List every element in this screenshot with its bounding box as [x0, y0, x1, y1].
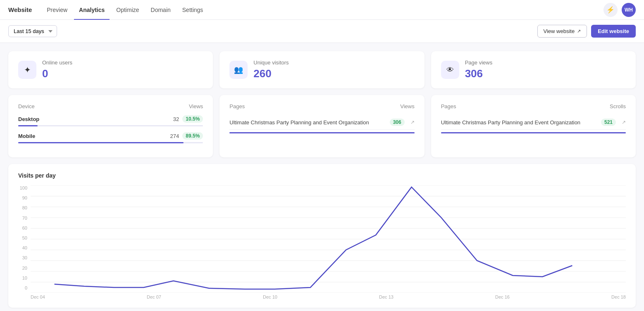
card-header: ✦ Online users 0 — [18, 59, 203, 80]
scroll-progress-bar — [441, 132, 626, 133]
device-table-header: Device Views — [18, 103, 203, 109]
y-label-80: 80 — [18, 205, 27, 210]
device-desktop-name: Desktop — [18, 116, 39, 122]
page-views-icon: 👁 — [441, 61, 459, 79]
external-link-icon: ↗ — [577, 28, 581, 34]
device-desktop-stats: 32 10.5% — [173, 115, 203, 123]
y-label-10: 10 — [18, 275, 27, 280]
pages-views-header: Pages Views — [229, 103, 414, 109]
main-content: ✦ Online users 0 👥 Unique visitors 260 👁 — [0, 43, 644, 311]
mobile-progress-wrap — [18, 142, 203, 143]
device-mobile-badge: 89.5% — [182, 132, 203, 140]
lightning-button[interactable]: ⚡ — [603, 3, 618, 17]
chart-title: Visits per day — [18, 172, 626, 179]
desktop-progress-bar — [18, 125, 38, 126]
avatar: WH — [622, 3, 636, 17]
device-mobile-name: Mobile — [18, 133, 35, 139]
device-row-mobile: Mobile 274 89.5% — [18, 132, 203, 143]
card-header: 👁 Page views 306 — [441, 59, 626, 80]
tab-domain[interactable]: Domain — [146, 0, 176, 20]
device-table-card: Device Views Desktop 32 10.5% Mobile — [8, 95, 213, 157]
device-mobile-count: 274 — [170, 133, 179, 139]
card-header: 👥 Unique visitors 260 — [229, 59, 414, 80]
y-label-90: 90 — [18, 195, 27, 200]
chart-svg — [31, 185, 626, 293]
external-link-icon[interactable]: ↗ — [410, 119, 415, 125]
chart-card: Visits per day 100 90 80 70 60 50 40 30 … — [8, 164, 636, 308]
pages-scrolls-table-card: Pages Scrolls Ultimate Christmas Party P… — [431, 95, 636, 157]
external-link-icon[interactable]: ↗ — [622, 119, 626, 125]
page-views-badge: 306 — [390, 119, 405, 126]
scroll-page-name: Ultimate Christmas Party Planning and Ev… — [441, 119, 601, 126]
pages-views-col1: Pages — [229, 103, 245, 109]
y-axis-labels: 100 90 80 70 60 50 40 30 20 10 0 — [18, 185, 31, 299]
tab-optimize[interactable]: Optimize — [111, 0, 144, 20]
page-views-label: Page views — [465, 59, 492, 66]
y-label-20: 20 — [18, 266, 27, 271]
x-label-dec18: Dec 18 — [611, 294, 626, 299]
x-label-dec04: Dec 04 — [31, 294, 45, 299]
toolbar: Last 15 days View website ↗ Edit website — [0, 20, 644, 43]
x-label-dec13: Dec 13 — [379, 294, 394, 299]
y-label-50: 50 — [18, 235, 27, 240]
device-desktop-count: 32 — [173, 116, 179, 122]
page-views-value: 306 — [465, 67, 492, 80]
brand-title: Website — [8, 6, 32, 13]
y-label-60: 60 — [18, 226, 27, 230]
stats-cards-row: ✦ Online users 0 👥 Unique visitors 260 👁 — [8, 51, 636, 88]
pages-views-table-card: Pages Views Ultimate Christmas Party Pla… — [219, 95, 424, 157]
online-users-value: 0 — [42, 67, 72, 80]
desktop-progress-wrap — [18, 125, 203, 126]
x-label-dec07: Dec 07 — [147, 294, 161, 299]
device-col2-header: Views — [189, 103, 203, 109]
page-name: Ultimate Christmas Party Planning and Ev… — [229, 119, 389, 126]
table-row: Ultimate Christmas Party Planning and Ev… — [229, 115, 414, 130]
edit-website-button[interactable]: Edit website — [591, 25, 636, 38]
unique-visitors-icon: 👥 — [229, 61, 248, 79]
chart-line — [55, 187, 572, 289]
page-views-progress-wrap — [229, 132, 414, 133]
unique-visitors-value: 260 — [253, 67, 289, 80]
device-mobile-stats: 274 89.5% — [170, 132, 203, 140]
x-axis-labels: Dec 04 Dec 07 Dec 10 Dec 13 Dec 16 Dec 1… — [31, 294, 626, 299]
chart-container: 100 90 80 70 60 50 40 30 20 10 0 — [18, 185, 626, 299]
chart-plot: Dec 04 Dec 07 Dec 10 Dec 13 Dec 16 Dec 1… — [31, 185, 626, 299]
online-users-icon: ✦ — [18, 61, 36, 79]
card-content: Unique visitors 260 — [253, 59, 289, 80]
page-views-card: 👁 Page views 306 — [431, 51, 636, 88]
pages-scrolls-col1: Pages — [441, 103, 456, 109]
y-label-40: 40 — [18, 245, 27, 250]
tab-preview[interactable]: Preview — [42, 0, 72, 20]
y-label-0: 0 — [18, 285, 27, 290]
scroll-badge: 521 — [601, 119, 616, 126]
mobile-progress-bar — [18, 142, 184, 143]
y-label-70: 70 — [18, 216, 27, 221]
tab-analytics[interactable]: Analytics — [74, 0, 110, 20]
device-col1-header: Device — [18, 103, 35, 109]
header-actions: ⚡ WH — [603, 3, 636, 17]
device-row-desktop: Desktop 32 10.5% — [18, 115, 203, 126]
x-label-dec16: Dec 16 — [495, 294, 510, 299]
card-content: Online users 0 — [42, 59, 72, 80]
table-row: Ultimate Christmas Party Planning and Ev… — [441, 115, 626, 130]
online-users-label: Online users — [42, 59, 72, 66]
main-nav: Preview Analytics Optimize Domain Settin… — [42, 0, 208, 19]
scroll-progress-wrap — [441, 132, 626, 133]
pages-views-col2: Views — [400, 103, 414, 109]
toolbar-right: View website ↗ Edit website — [537, 25, 636, 38]
online-users-card: ✦ Online users 0 — [8, 51, 213, 88]
card-content: Page views 306 — [465, 59, 492, 80]
pages-scrolls-header: Pages Scrolls — [441, 103, 626, 109]
tab-settings[interactable]: Settings — [177, 0, 208, 20]
page-views-progress-bar — [229, 132, 414, 133]
y-label-30: 30 — [18, 255, 27, 260]
x-label-dec10: Dec 10 — [263, 294, 277, 299]
header: Website Preview Analytics Optimize Domai… — [0, 0, 644, 20]
view-website-button[interactable]: View website ↗ — [537, 25, 587, 38]
period-select[interactable]: Last 15 days — [8, 25, 57, 37]
device-desktop-badge: 10.5% — [182, 115, 203, 123]
y-label-100: 100 — [18, 185, 27, 190]
unique-visitors-card: 👥 Unique visitors 260 — [219, 51, 424, 88]
unique-visitors-label: Unique visitors — [253, 59, 289, 66]
pages-scrolls-col2: Scrolls — [610, 103, 626, 109]
